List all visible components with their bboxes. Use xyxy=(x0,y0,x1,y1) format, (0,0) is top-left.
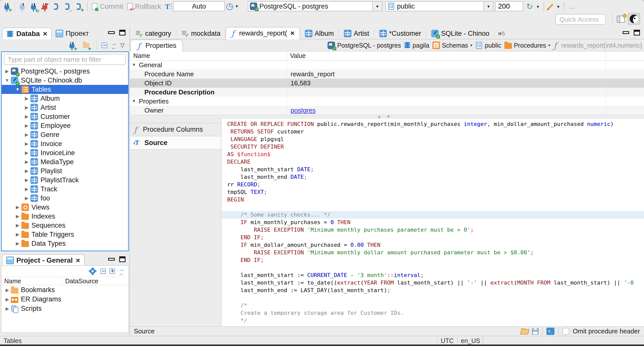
editor-tab-category[interactable]: category xyxy=(130,28,176,39)
collapse-all-button[interactable] xyxy=(100,268,106,274)
commit-button[interactable]: Commit xyxy=(92,3,123,11)
twisty-icon[interactable]: ▶ xyxy=(3,68,11,74)
twisty-icon[interactable]: ▶ xyxy=(23,114,30,119)
twisty-icon[interactable]: ▶ xyxy=(23,159,30,165)
tree-item-employee[interactable]: ▶Employee xyxy=(2,121,128,130)
tree-item-artist[interactable]: ▶Artist xyxy=(2,103,128,112)
object-filter-input[interactable] xyxy=(4,54,126,65)
twisty-icon[interactable]: ▶ xyxy=(23,195,30,201)
tree-item-table-triggers[interactable]: ▶Table Triggers xyxy=(2,230,128,239)
tree-item-foo[interactable]: ▶foo xyxy=(2,194,128,203)
tab-database-navigator[interactable]: Databa × xyxy=(2,28,52,39)
twisty-icon[interactable]: ▶ xyxy=(23,168,30,174)
link-with-editor-button[interactable] xyxy=(111,41,117,49)
connection-dropdown-button[interactable]: ▼ xyxy=(372,2,382,11)
chevron-down-icon[interactable]: ▼ xyxy=(536,5,540,9)
gear-icon[interactable] xyxy=(90,268,95,274)
grid-column-name[interactable]: Name xyxy=(130,52,287,59)
tree-item-indexes[interactable]: ▶Indexes xyxy=(2,212,128,221)
maximize-icon[interactable] xyxy=(634,30,640,36)
twisty-icon[interactable]: ▼ xyxy=(132,62,139,67)
connection-selector[interactable]: PostgreSQL - postgres ▼ xyxy=(248,1,382,11)
new-connection-button[interactable]: + xyxy=(2,1,12,12)
tree-item-data-types[interactable]: ▶Data Types xyxy=(2,239,128,248)
tree-item-views[interactable]: ▶Views xyxy=(2,203,128,212)
grid-column-value[interactable]: Value xyxy=(287,51,606,60)
maximize-icon[interactable] xyxy=(119,30,126,36)
breadcrumb-item-rewards-report-int4-numeric[interactable]: rewards_report(int4,numeric) xyxy=(553,42,642,49)
tab-overflow-button[interactable]: » 5 xyxy=(498,30,505,37)
open-sql-script-button[interactable]: → xyxy=(62,1,73,12)
source-code-viewer[interactable]: CREATE OR REPLACE FUNCTION public.reward… xyxy=(222,119,644,326)
twisty-icon[interactable]: ▼ xyxy=(3,78,11,83)
project-item-scripts[interactable]: ▶Scripts xyxy=(1,304,129,313)
reconnect-button[interactable]: ↻ xyxy=(28,1,39,12)
property-row-procedure-name[interactable]: Procedure Namerewards_report xyxy=(130,70,644,79)
collapse-down-icon[interactable]: ▼ xyxy=(387,114,390,119)
maximize-icon[interactable] xyxy=(119,256,126,262)
twisty-icon[interactable]: ▶ xyxy=(14,223,21,228)
save-file-icon[interactable] xyxy=(532,328,539,335)
tab-properties[interactable]: Properties xyxy=(131,40,183,51)
twisty-icon[interactable]: ▶ xyxy=(23,123,30,128)
column-header-name[interactable]: Name xyxy=(1,278,63,285)
breadcrumb-item-postgresql-postgres[interactable]: PostgreSQL - postgres xyxy=(328,42,401,49)
undo-button[interactable]: ← xyxy=(568,2,578,11)
twisty-icon[interactable]: ▶ xyxy=(14,204,21,210)
status-timezone[interactable]: UTC xyxy=(441,337,454,344)
twisty-icon[interactable]: ▶ xyxy=(23,150,30,156)
pane-splitter[interactable]: ▲ ▼ xyxy=(130,115,644,119)
disconnect-button[interactable] xyxy=(39,1,50,12)
expand-all-button[interactable] xyxy=(109,268,115,274)
tab-procedure-columns[interactable]: Procedure Columns xyxy=(130,123,221,136)
tree-item-playlisttrack[interactable]: ▶PlaylistTrack xyxy=(2,176,128,185)
property-row-procedure-description[interactable]: Procedure Description xyxy=(130,88,644,97)
project-item-er-diagrams[interactable]: ▶ER Diagrams xyxy=(1,295,129,304)
status-drag-handle[interactable] xyxy=(482,337,483,343)
twisty-icon[interactable]: ▶ xyxy=(23,186,30,192)
project-item-bookmarks[interactable]: ▶Bookmarks xyxy=(1,285,129,295)
tree-item-tables[interactable]: ▼Tables xyxy=(2,85,128,94)
schema-selector[interactable]: public ▼ xyxy=(385,1,494,11)
chevron-down-icon[interactable]: ▾ xyxy=(548,43,550,48)
editor-tab-artist[interactable]: Artist xyxy=(339,28,374,39)
tree-item-mediatype[interactable]: ▶MediaType xyxy=(2,157,128,166)
tree-item-track[interactable]: ▶Track xyxy=(2,185,128,194)
sql-editor-button[interactable] xyxy=(51,1,61,12)
tree-item-invoiceline[interactable]: ▶InvoiceLine xyxy=(2,148,128,157)
minimize-icon[interactable] xyxy=(108,258,115,261)
auto-refresh-button[interactable]: ↻ xyxy=(526,2,533,11)
tree-item-sequences[interactable]: ▶Sequences xyxy=(2,221,128,230)
twisty-icon[interactable]: ▶ xyxy=(23,177,30,183)
twisty-icon[interactable]: ▼ xyxy=(132,99,139,104)
column-header-datasource[interactable]: DataSource xyxy=(63,278,95,285)
new-folder-button[interactable]: + xyxy=(81,40,91,51)
tab-project-general[interactable]: Project - General × xyxy=(2,254,85,266)
twisty-icon[interactable]: ▶ xyxy=(4,297,11,302)
minimize-icon[interactable] xyxy=(623,31,629,34)
fetch-size-input[interactable] xyxy=(495,1,523,11)
property-row-owner[interactable]: Ownerpostgres xyxy=(130,106,644,115)
highlighter-icon[interactable] xyxy=(548,4,553,9)
tab-project-explorer[interactable]: Проект xyxy=(52,28,93,39)
collapse-all-button[interactable] xyxy=(102,43,107,48)
chevron-down-icon[interactable]: ▼ xyxy=(556,5,560,9)
view-menu-button[interactable]: ▽ xyxy=(120,42,125,49)
owner-link[interactable]: postgres xyxy=(291,107,316,114)
twisty-icon[interactable]: ▶ xyxy=(14,241,21,246)
editor-tab-customer[interactable]: *Customer xyxy=(374,28,426,39)
editor-tab-rewards-report[interactable]: rewards_report(× xyxy=(226,27,300,39)
splitter-collapse-buttons[interactable]: ▲ ▼ xyxy=(377,114,390,119)
console-icon[interactable] xyxy=(546,328,554,335)
rollback-button[interactable]: Rollback xyxy=(127,3,161,11)
tree-item-postgresql-postgres[interactable]: ▶PostgreSQL - postgres xyxy=(2,67,128,76)
omit-procedure-header-checkbox[interactable] xyxy=(562,328,569,335)
schema-dropdown-button[interactable]: ▼ xyxy=(484,2,493,11)
twisty-icon[interactable]: ▶ xyxy=(23,96,30,101)
twisty-icon[interactable]: ▶ xyxy=(23,141,30,147)
close-icon[interactable]: × xyxy=(76,257,80,264)
tree-item-sqlite-chinook-db[interactable]: ▼SQLite - Chinook.db xyxy=(2,76,128,85)
breadcrumb-item-procedures[interactable]: Procedures▾ xyxy=(504,42,550,49)
link-with-editor-button[interactable] xyxy=(118,267,125,275)
breadcrumb-item-schemas[interactable]: Schemas▾ xyxy=(432,42,472,49)
